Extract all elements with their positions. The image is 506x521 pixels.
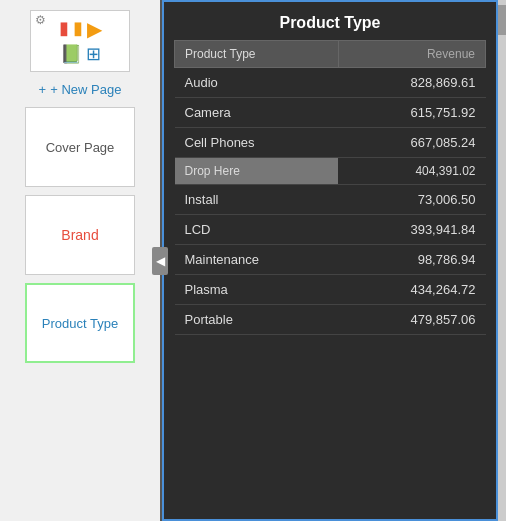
book-icon: 📗 bbox=[60, 43, 82, 65]
icon-row-2: 📗 ⊞ bbox=[60, 43, 101, 65]
table-row: LCD393,941.84 bbox=[175, 215, 486, 245]
cover-page-card[interactable]: Cover Page bbox=[25, 107, 135, 187]
data-table: Product Type Revenue Audio828,869.61Came… bbox=[174, 40, 486, 335]
sidebar: ⚙ ▮ ▮ ▶ 📗 ⊞ + + New Page Cover Page Bran… bbox=[0, 0, 160, 521]
table-row: Maintenance98,786.94 bbox=[175, 245, 486, 275]
row-value: 615,751.92 bbox=[338, 98, 485, 128]
widget-icons-panel[interactable]: ⚙ ▮ ▮ ▶ 📗 ⊞ bbox=[30, 10, 130, 72]
data-table-container[interactable]: Product Type Revenue Audio828,869.61Came… bbox=[164, 40, 496, 519]
row-value: 667,085.24 bbox=[338, 128, 485, 158]
table-row: Drop Here404,391.02 bbox=[175, 158, 486, 185]
row-value: 73,006.50 bbox=[338, 185, 485, 215]
row-name: Plasma bbox=[175, 275, 339, 305]
table-row: Camera615,751.92 bbox=[175, 98, 486, 128]
arrow-left-icon: ◀ bbox=[156, 254, 165, 268]
main-panel-border: Product Type Product Type Revenue Audio8… bbox=[162, 0, 498, 521]
row-name: Maintenance bbox=[175, 245, 339, 275]
row-name: LCD bbox=[175, 215, 339, 245]
table-row: Install73,006.50 bbox=[175, 185, 486, 215]
scrollbar-thumb[interactable] bbox=[498, 5, 506, 35]
brand-page-label: Brand bbox=[61, 227, 98, 243]
row-name: Portable bbox=[175, 305, 339, 335]
drop-here-value: 404,391.02 bbox=[338, 158, 485, 185]
bar-chart-icon-2: ▮ bbox=[73, 17, 83, 41]
gear-icon: ⚙ bbox=[35, 13, 46, 27]
main-panel: Product Type Product Type Revenue Audio8… bbox=[160, 0, 498, 521]
bar-chart-icon: ▮ bbox=[59, 17, 69, 41]
row-value: 479,857.06 bbox=[338, 305, 485, 335]
row-value: 393,941.84 bbox=[338, 215, 485, 245]
row-name: Install bbox=[175, 185, 339, 215]
col-header-revenue: Revenue bbox=[338, 41, 485, 68]
row-name: Audio bbox=[175, 68, 339, 98]
new-page-label: + New Page bbox=[50, 82, 121, 97]
row-value: 828,869.61 bbox=[338, 68, 485, 98]
row-name: Cell Phones bbox=[175, 128, 339, 158]
table-row: Plasma434,264.72 bbox=[175, 275, 486, 305]
row-value: 98,786.94 bbox=[338, 245, 485, 275]
plus-icon: + bbox=[39, 82, 47, 97]
brand-page-card[interactable]: Brand bbox=[25, 195, 135, 275]
icon-row-1: ▮ ▮ ▶ bbox=[59, 17, 102, 41]
play-icon: ▶ bbox=[87, 17, 102, 41]
collapse-arrow[interactable]: ◀ bbox=[152, 247, 168, 275]
panel-title: Product Type bbox=[164, 2, 496, 40]
new-page-button[interactable]: + + New Page bbox=[33, 80, 128, 99]
row-value: 434,264.72 bbox=[338, 275, 485, 305]
grid-icon: ⊞ bbox=[86, 43, 101, 65]
table-header-row: Product Type Revenue bbox=[175, 41, 486, 68]
table-row: Audio828,869.61 bbox=[175, 68, 486, 98]
drop-here-label: Drop Here bbox=[175, 158, 339, 185]
product-type-page-label: Product Type bbox=[42, 316, 118, 331]
table-body: Audio828,869.61Camera615,751.92Cell Phon… bbox=[175, 68, 486, 335]
right-scrollbar[interactable] bbox=[498, 0, 506, 521]
table-row: Portable479,857.06 bbox=[175, 305, 486, 335]
row-name: Camera bbox=[175, 98, 339, 128]
cover-page-label: Cover Page bbox=[46, 140, 115, 155]
table-row: Cell Phones667,085.24 bbox=[175, 128, 486, 158]
col-header-product-type: Product Type bbox=[175, 41, 339, 68]
product-type-page-card[interactable]: Product Type bbox=[25, 283, 135, 363]
